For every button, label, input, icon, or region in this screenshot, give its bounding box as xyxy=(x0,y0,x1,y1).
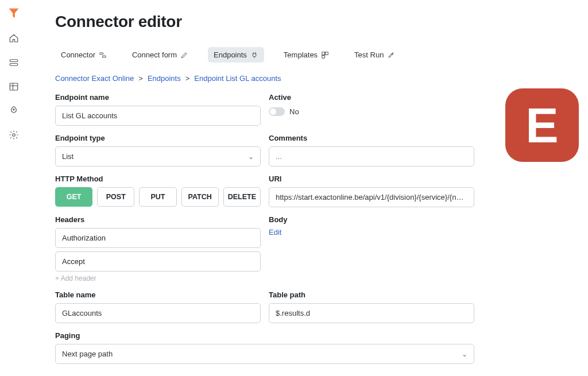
connector-icon xyxy=(99,51,107,59)
tab-label: Connect form xyxy=(132,51,177,59)
toggle-active[interactable] xyxy=(269,107,285,116)
endpoint-form: Endpoint name Active No Endpoint type Li… xyxy=(55,93,567,364)
chevron-down-icon: ⌄ xyxy=(462,350,467,358)
svg-rect-6 xyxy=(102,56,106,57)
pencil-icon xyxy=(180,51,188,59)
breadcrumb-separator: > xyxy=(138,74,143,83)
label-uri: URI xyxy=(269,175,474,183)
method-put[interactable]: PUT xyxy=(139,187,176,207)
sidebar-item-deploy[interactable] xyxy=(7,104,21,118)
label-body: Body xyxy=(269,215,474,224)
left-sidebar xyxy=(0,0,28,376)
rocket-icon xyxy=(387,51,395,59)
svg-rect-7 xyxy=(322,52,325,55)
breadcrumb: Connector Exact Online > Endpoints > End… xyxy=(55,74,567,83)
svg-rect-9 xyxy=(322,55,325,58)
label-endpoint-name: Endpoint name xyxy=(55,93,261,102)
label-table-name: Table name xyxy=(55,290,261,299)
sidebar-item-settings[interactable] xyxy=(7,128,21,142)
svg-rect-1 xyxy=(10,64,18,66)
field-endpoint-type: Endpoint type List ⌄ xyxy=(55,134,261,166)
field-headers: Headers Authorization Accept + Add heade… xyxy=(55,215,261,282)
svg-point-4 xyxy=(13,134,16,137)
input-comments[interactable] xyxy=(269,146,474,166)
method-get[interactable]: GET xyxy=(55,187,92,207)
method-patch[interactable]: PATCH xyxy=(181,187,219,207)
add-header-button[interactable]: + Add header xyxy=(55,274,261,282)
label-endpoint-type: Endpoint type xyxy=(55,134,261,142)
svg-rect-0 xyxy=(10,60,18,62)
select-value: List xyxy=(62,152,74,161)
body-edit-link[interactable]: Edit xyxy=(269,228,474,237)
sidebar-item-home[interactable] xyxy=(7,32,21,45)
field-paging: Paging Next page path ⌄ xyxy=(55,331,474,364)
breadcrumb-link-current[interactable]: Endpoint List GL accounts xyxy=(194,74,281,83)
main-content: Connector editor Connector Connect form … xyxy=(28,0,588,376)
input-table-name[interactable] xyxy=(55,303,261,323)
label-comments: Comments xyxy=(269,134,474,142)
field-body: Body Edit xyxy=(269,215,474,237)
chevron-down-icon: ⌄ xyxy=(248,153,254,161)
select-paging[interactable]: Next page path ⌄ xyxy=(55,344,474,364)
brand-letter: E xyxy=(525,100,558,150)
field-uri: URI xyxy=(269,175,474,207)
toggle-active-label: No xyxy=(289,107,299,116)
field-endpoint-name: Endpoint name xyxy=(55,93,261,126)
input-table-path[interactable] xyxy=(269,303,474,323)
input-uri[interactable] xyxy=(269,187,474,207)
label-table-path: Table path xyxy=(269,290,474,299)
select-endpoint-type[interactable]: List ⌄ xyxy=(55,146,261,166)
tab-bar: Connector Connect form Endpoints Templat… xyxy=(55,47,567,63)
tab-connect-form[interactable]: Connect form xyxy=(126,47,194,63)
sidebar-item-tables[interactable] xyxy=(7,80,21,94)
tab-label: Test Run xyxy=(354,51,384,59)
label-headers: Headers xyxy=(55,215,261,224)
tab-label: Endpoints xyxy=(214,51,247,59)
header-item-accept[interactable]: Accept xyxy=(55,251,261,272)
tab-test-run[interactable]: Test Run xyxy=(349,47,401,63)
tab-endpoints[interactable]: Endpoints xyxy=(208,47,264,63)
breadcrumb-link-connector[interactable]: Connector Exact Online xyxy=(55,74,134,83)
label-paging: Paging xyxy=(55,331,474,340)
tab-connector[interactable]: Connector xyxy=(55,47,113,63)
tab-templates[interactable]: Templates xyxy=(278,47,335,63)
templates-icon xyxy=(321,51,329,59)
tab-label: Templates xyxy=(284,51,318,59)
plug-icon xyxy=(250,51,258,59)
field-table-name: Table name xyxy=(55,290,261,323)
svg-rect-5 xyxy=(100,52,103,54)
brand-tile: E xyxy=(505,88,579,162)
tab-label: Connector xyxy=(61,51,95,59)
label-http-method: HTTP Method xyxy=(55,175,261,183)
svg-rect-2 xyxy=(10,83,18,90)
svg-point-3 xyxy=(13,109,14,110)
select-value: Next page path xyxy=(62,350,113,358)
page-title: Connector editor xyxy=(55,13,567,31)
input-endpoint-name[interactable] xyxy=(55,106,261,126)
svg-rect-8 xyxy=(326,52,328,55)
field-active: Active No xyxy=(269,93,474,116)
label-active: Active xyxy=(269,93,474,102)
field-table-path: Table path xyxy=(269,290,474,323)
breadcrumb-separator: > xyxy=(185,74,190,83)
field-comments: Comments xyxy=(269,134,474,166)
method-delete[interactable]: DELETE xyxy=(223,187,261,207)
field-http-method: HTTP Method GET POST PUT PATCH DELETE xyxy=(55,175,261,207)
app-logo xyxy=(7,7,20,21)
method-post[interactable]: POST xyxy=(97,187,134,207)
header-item-authorization[interactable]: Authorization xyxy=(55,228,261,248)
sidebar-item-connectors[interactable] xyxy=(7,56,21,69)
svg-point-10 xyxy=(392,53,393,55)
breadcrumb-link-endpoints[interactable]: Endpoints xyxy=(148,74,181,83)
